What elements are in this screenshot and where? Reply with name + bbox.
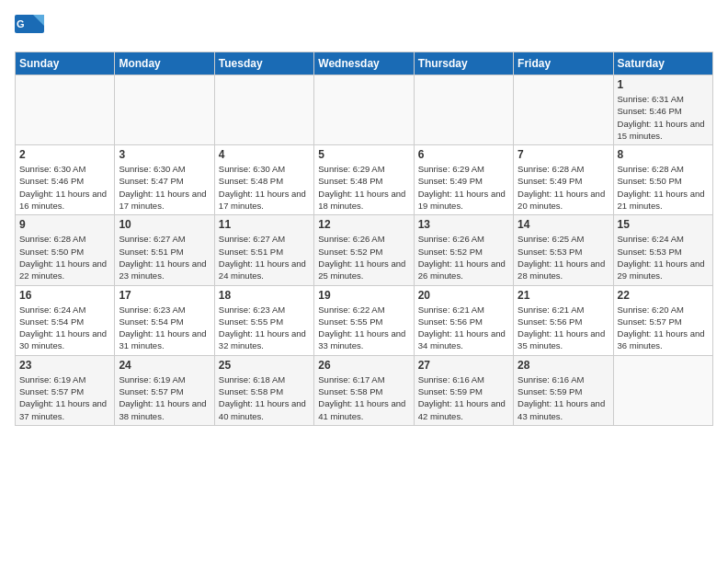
day-info: Sunrise: 6:25 AM Sunset: 5:53 PM Dayligh… [518, 233, 609, 282]
day-cell [414, 75, 513, 145]
day-number: 27 [418, 359, 509, 372]
day-cell: 11Sunrise: 6:27 AM Sunset: 5:51 PM Dayli… [214, 215, 313, 285]
day-number: 18 [219, 289, 310, 302]
logo: G [15, 15, 48, 44]
logo-mark: G [15, 15, 44, 44]
day-number: 20 [418, 289, 509, 302]
day-cell: 23Sunrise: 6:19 AM Sunset: 5:57 PM Dayli… [16, 355, 115, 425]
day-cell: 7Sunrise: 6:28 AM Sunset: 5:49 PM Daylig… [514, 145, 613, 215]
day-info: Sunrise: 6:23 AM Sunset: 5:54 PM Dayligh… [119, 304, 210, 352]
day-info: Sunrise: 6:27 AM Sunset: 5:51 PM Dayligh… [219, 233, 310, 282]
day-number: 26 [318, 359, 409, 372]
day-info: Sunrise: 6:30 AM Sunset: 5:46 PM Dayligh… [19, 163, 110, 212]
weekday-header-friday: Friday [514, 52, 613, 75]
day-number: 5 [318, 148, 409, 161]
day-cell: 15Sunrise: 6:24 AM Sunset: 5:53 PM Dayli… [613, 215, 712, 285]
day-number: 13 [418, 218, 509, 231]
day-cell: 13Sunrise: 6:26 AM Sunset: 5:52 PM Dayli… [414, 215, 513, 285]
weekday-header-saturday: Saturday [613, 52, 712, 75]
day-number: 21 [518, 289, 609, 302]
day-info: Sunrise: 6:27 AM Sunset: 5:51 PM Dayligh… [119, 233, 210, 282]
day-info: Sunrise: 6:22 AM Sunset: 5:55 PM Dayligh… [318, 304, 409, 352]
header: G [15, 15, 713, 44]
day-number: 8 [618, 148, 709, 161]
week-row-1: 1Sunrise: 6:31 AM Sunset: 5:46 PM Daylig… [16, 75, 713, 145]
day-cell: 2Sunrise: 6:30 AM Sunset: 5:46 PM Daylig… [16, 145, 115, 215]
day-info: Sunrise: 6:26 AM Sunset: 5:52 PM Dayligh… [418, 233, 509, 282]
day-cell: 25Sunrise: 6:18 AM Sunset: 5:58 PM Dayli… [214, 355, 313, 425]
day-info: Sunrise: 6:30 AM Sunset: 5:48 PM Dayligh… [219, 163, 310, 212]
weekday-header-thursday: Thursday [414, 52, 513, 75]
day-number: 9 [19, 218, 110, 231]
calendar: SundayMondayTuesdayWednesdayThursdayFrid… [15, 52, 713, 426]
day-number: 17 [119, 289, 210, 302]
day-cell: 3Sunrise: 6:30 AM Sunset: 5:47 PM Daylig… [115, 145, 214, 215]
day-info: Sunrise: 6:21 AM Sunset: 5:56 PM Dayligh… [418, 304, 509, 352]
day-info: Sunrise: 6:19 AM Sunset: 5:57 PM Dayligh… [19, 373, 110, 422]
day-info: Sunrise: 6:30 AM Sunset: 5:47 PM Dayligh… [119, 163, 210, 212]
day-cell: 4Sunrise: 6:30 AM Sunset: 5:48 PM Daylig… [214, 145, 313, 215]
day-number: 28 [518, 359, 609, 372]
day-cell: 28Sunrise: 6:16 AM Sunset: 5:59 PM Dayli… [514, 355, 613, 425]
week-row-2: 2Sunrise: 6:30 AM Sunset: 5:46 PM Daylig… [16, 145, 713, 215]
week-row-4: 16Sunrise: 6:24 AM Sunset: 5:54 PM Dayli… [16, 285, 713, 355]
day-cell: 14Sunrise: 6:25 AM Sunset: 5:53 PM Dayli… [514, 215, 613, 285]
day-number: 7 [518, 148, 609, 161]
weekday-header-monday: Monday [115, 52, 214, 75]
day-info: Sunrise: 6:17 AM Sunset: 5:58 PM Dayligh… [318, 373, 409, 422]
day-cell [314, 75, 414, 145]
day-cell: 12Sunrise: 6:26 AM Sunset: 5:52 PM Dayli… [314, 215, 414, 285]
day-number: 2 [19, 148, 110, 161]
day-number: 14 [518, 218, 609, 231]
day-cell: 20Sunrise: 6:21 AM Sunset: 5:56 PM Dayli… [414, 285, 513, 355]
day-number: 24 [119, 359, 210, 372]
day-cell: 21Sunrise: 6:21 AM Sunset: 5:56 PM Dayli… [514, 285, 613, 355]
day-info: Sunrise: 6:28 AM Sunset: 5:50 PM Dayligh… [19, 233, 110, 282]
day-cell: 6Sunrise: 6:29 AM Sunset: 5:49 PM Daylig… [414, 145, 513, 215]
day-cell: 26Sunrise: 6:17 AM Sunset: 5:58 PM Dayli… [314, 355, 414, 425]
day-info: Sunrise: 6:20 AM Sunset: 5:57 PM Dayligh… [618, 304, 709, 352]
day-info: Sunrise: 6:29 AM Sunset: 5:49 PM Dayligh… [418, 163, 509, 212]
day-cell: 22Sunrise: 6:20 AM Sunset: 5:57 PM Dayli… [613, 285, 712, 355]
day-info: Sunrise: 6:16 AM Sunset: 5:59 PM Dayligh… [418, 373, 509, 422]
day-cell: 27Sunrise: 6:16 AM Sunset: 5:59 PM Dayli… [414, 355, 513, 425]
day-number: 4 [219, 148, 310, 161]
weekday-header-row: SundayMondayTuesdayWednesdayThursdayFrid… [16, 52, 713, 75]
day-number: 12 [318, 218, 409, 231]
day-info: Sunrise: 6:31 AM Sunset: 5:46 PM Dayligh… [618, 93, 709, 142]
day-number: 16 [19, 289, 110, 302]
day-cell [16, 75, 115, 145]
day-cell: 10Sunrise: 6:27 AM Sunset: 5:51 PM Dayli… [115, 215, 214, 285]
weekday-header-wednesday: Wednesday [314, 52, 414, 75]
day-info: Sunrise: 6:18 AM Sunset: 5:58 PM Dayligh… [219, 373, 310, 422]
day-info: Sunrise: 6:24 AM Sunset: 5:53 PM Dayligh… [618, 233, 709, 282]
day-cell: 17Sunrise: 6:23 AM Sunset: 5:54 PM Dayli… [115, 285, 214, 355]
day-cell: 1Sunrise: 6:31 AM Sunset: 5:46 PM Daylig… [613, 75, 712, 145]
day-number: 1 [618, 78, 709, 91]
day-info: Sunrise: 6:21 AM Sunset: 5:56 PM Dayligh… [518, 304, 609, 352]
week-row-5: 23Sunrise: 6:19 AM Sunset: 5:57 PM Dayli… [16, 355, 713, 425]
day-info: Sunrise: 6:28 AM Sunset: 5:49 PM Dayligh… [518, 163, 609, 212]
day-number: 22 [618, 289, 709, 302]
weekday-header-tuesday: Tuesday [214, 52, 313, 75]
day-cell [613, 355, 712, 425]
day-info: Sunrise: 6:19 AM Sunset: 5:57 PM Dayligh… [119, 373, 210, 422]
day-info: Sunrise: 6:16 AM Sunset: 5:59 PM Dayligh… [518, 373, 609, 422]
day-cell: 5Sunrise: 6:29 AM Sunset: 5:48 PM Daylig… [314, 145, 414, 215]
day-cell [514, 75, 613, 145]
week-row-3: 9Sunrise: 6:28 AM Sunset: 5:50 PM Daylig… [16, 215, 713, 285]
day-cell: 16Sunrise: 6:24 AM Sunset: 5:54 PM Dayli… [16, 285, 115, 355]
day-cell: 19Sunrise: 6:22 AM Sunset: 5:55 PM Dayli… [314, 285, 414, 355]
day-cell: 24Sunrise: 6:19 AM Sunset: 5:57 PM Dayli… [115, 355, 214, 425]
day-number: 3 [119, 148, 210, 161]
day-number: 25 [219, 359, 310, 372]
day-number: 15 [618, 218, 709, 231]
day-number: 10 [119, 218, 210, 231]
day-cell: 18Sunrise: 6:23 AM Sunset: 5:55 PM Dayli… [214, 285, 313, 355]
day-number: 19 [318, 289, 409, 302]
day-number: 6 [418, 148, 509, 161]
day-number: 23 [19, 359, 110, 372]
weekday-header-sunday: Sunday [16, 52, 115, 75]
day-cell [214, 75, 313, 145]
day-info: Sunrise: 6:23 AM Sunset: 5:55 PM Dayligh… [219, 304, 310, 352]
